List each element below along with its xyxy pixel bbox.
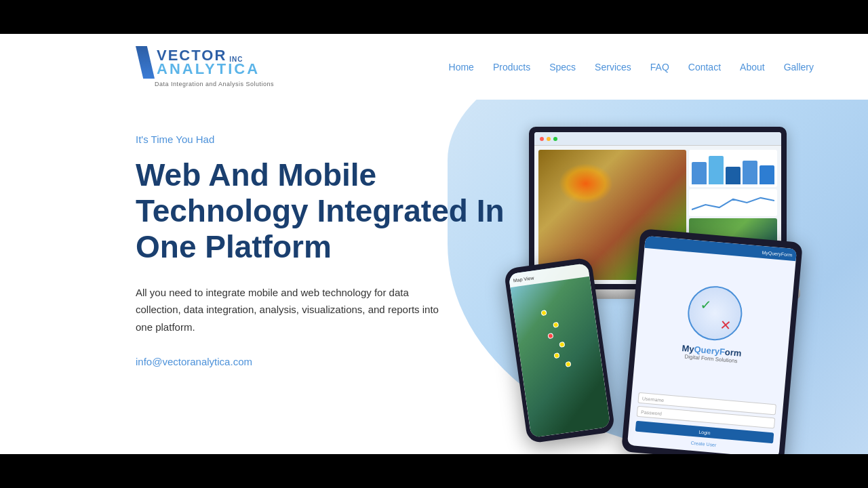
black-bar-top [0,0,868,34]
nav-item-services[interactable]: Services [595,62,631,73]
dot-green [553,137,557,141]
map-pin-4 [559,342,565,348]
chart-bar-1 [689,150,777,187]
bar-3 [726,167,741,184]
logo-analytica-text: ANALYTICA [157,62,260,77]
dot-yellow [547,137,551,141]
nav-item-gallery[interactable]: Gallery [784,62,814,73]
phone-map-bar: Map View [509,263,590,287]
nav-item-products[interactable]: Products [493,62,530,73]
device-tablet: MyQueryForm ✓ ✕ MyQueryForm Digi [621,228,803,454]
nav-item-contact[interactable]: Contact [688,62,721,73]
logo-area: VECTOR INC ANALYTICA Data Integration an… [136,46,274,87]
black-bar-bottom [0,454,868,488]
map-pin-3 [547,333,553,339]
mqf-logo-circle: ✓ ✕ [686,283,745,342]
nav-item-about[interactable]: About [740,62,765,73]
map-pin-5 [554,352,560,359]
map-pin-1 [541,310,547,316]
map-pin-2 [553,322,559,328]
hero-left: It's Time You Had Web And Mobile Technol… [136,120,509,368]
chart-line [689,189,777,216]
bar-4 [743,161,757,184]
screen-bar [534,132,781,146]
line-chart-svg [692,192,774,214]
map-pin-6 [565,361,571,367]
nav-item-faq[interactable]: FAQ [650,62,669,73]
hero-section: It's Time You Had Web And Mobile Technol… [0,100,868,454]
bar-5 [760,165,774,184]
hero-title: Web And Mobile Technology Integrated In … [136,157,509,265]
phone-map: Map View [509,263,611,438]
main-nav: Home Products Specs Services FAQ Contact… [449,62,814,73]
screen-wrapper: VECTOR INC ANALYTICA Data Integration an… [0,0,868,488]
mqf-check-icon: ✓ [699,296,712,313]
logo-text-area: VECTOR INC ANALYTICA [157,48,260,77]
logo-top: VECTOR INC ANALYTICA [136,46,260,79]
bar-1 [692,162,707,184]
main-content: VECTOR INC ANALYTICA Data Integration an… [0,34,868,454]
phone-screen: Map View [509,263,611,438]
logo-tagline: Data Integration and Analysis Solutions [136,81,274,87]
hero-email-link[interactable]: info@vectoranalytica.com [136,356,252,367]
tablet-screen: MyQueryForm ✓ ✕ MyQueryForm Digi [627,236,797,454]
mqf-x-icon: ✕ [719,316,732,333]
tablet-app-label: MyQueryForm [762,249,792,257]
nav-item-home[interactable]: Home [449,62,474,73]
bar-2 [709,156,724,184]
logo-v-icon [136,46,155,79]
hero-subtitle: It's Time You Had [136,134,509,145]
tablet-form: Username Password Login Create User [627,392,783,454]
hero-description: All you need to integrate mobile and web… [136,284,448,336]
map-heatmap [559,163,613,204]
dot-red [540,137,544,141]
tablet-logo-area: ✓ ✕ MyQueryForm Digital Form Solutions [670,251,758,402]
tablet-outer: MyQueryForm ✓ ✕ MyQueryForm Digi [621,228,803,454]
nav-item-specs[interactable]: Specs [549,62,576,73]
hero-right: Map View [509,120,814,454]
header: VECTOR INC ANALYTICA Data Integration an… [0,34,868,100]
